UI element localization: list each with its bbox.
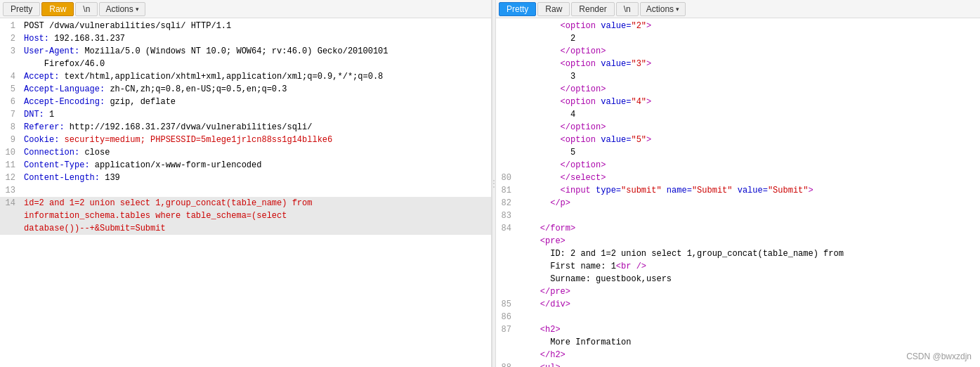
left-code-area: 1 POST /dvwa/vulnerabilities/sqli/ HTTP/… xyxy=(0,18,491,367)
left-line-11: 11 Content-Type: application/x-www-form-… xyxy=(0,159,491,172)
left-tab-pretty[interactable]: Pretty xyxy=(3,2,40,16)
right-line-88: 88 <ul> xyxy=(496,361,980,367)
right-line-81: 81 <input type="submit" name="Submit" va… xyxy=(496,184,980,197)
right-code-area: <option value="2"> 2 </option> <option v… xyxy=(496,18,980,367)
right-line-pre-close: </pre> xyxy=(496,285,980,298)
right-line-opt5: <option value="5"> xyxy=(496,134,980,146)
left-tab-raw[interactable]: Raw xyxy=(41,2,74,16)
right-line-pre-fn: First name: 1<br /> xyxy=(496,260,980,273)
left-line-5: 5 Accept-Language: zh-CN,zh;q=0.8,en-US;… xyxy=(0,83,491,96)
right-line-opt3close: </option> xyxy=(496,83,980,96)
left-line-1: 1 POST /dvwa/vulnerabilities/sqli/ HTTP/… xyxy=(0,20,491,32)
right-line-85: 85 </div> xyxy=(496,298,980,311)
right-actions-label: Actions xyxy=(646,4,674,14)
right-line-opt4: <option value="4"> xyxy=(496,96,980,108)
right-line-2text: 2 xyxy=(496,32,980,45)
left-line-2: 2 Host: 192.168.31.237 xyxy=(0,32,491,45)
left-toolbar: Pretty Raw \n Actions ▾ xyxy=(0,0,491,18)
right-actions-button[interactable]: Actions ▾ xyxy=(640,2,686,16)
right-line-3text: 3 xyxy=(496,70,980,83)
right-line-opt2: <option value="2"> xyxy=(496,20,980,32)
right-toolbar: Pretty Raw Render \n Actions ▾ xyxy=(496,0,980,18)
watermark: CSDN @bwxzdjn xyxy=(906,352,972,361)
right-line-87: 87 <h2> xyxy=(496,323,980,336)
left-line-9: 9 Cookie: security=medium; PHPSESSID=5ml… xyxy=(0,134,491,146)
left-line-8: 8 Referer: http://192.168.31.237/dvwa/vu… xyxy=(0,121,491,134)
left-actions-chevron-icon: ▾ xyxy=(136,6,139,13)
right-line-opt3: <option value="3"> xyxy=(496,58,980,70)
left-actions-button[interactable]: Actions ▾ xyxy=(99,2,145,16)
right-tab-pretty[interactable]: Pretty xyxy=(499,2,536,16)
right-line-pre-open: <pre> xyxy=(496,235,980,247)
right-line-pre-id: ID: 2 and 1=2 union select 1,group_conca… xyxy=(496,247,980,260)
right-line-84: 84 </form> xyxy=(496,222,980,235)
left-line-12: 12 Content-Length: 139 xyxy=(0,172,491,184)
left-line-14b: information_schema.tables where table_sc… xyxy=(0,210,491,222)
right-line-82: 82 </p> xyxy=(496,197,980,210)
left-line-4: 4 Accept: text/html,application/xhtml+xm… xyxy=(0,70,491,83)
left-line-6: 6 Accept-Encoding: gzip, deflate xyxy=(0,96,491,108)
right-panel: Pretty Raw Render \n Actions ▾ <option v… xyxy=(496,0,980,367)
right-line-80: 80 </select> xyxy=(496,172,980,184)
left-line-14c: database())--+&Submit=Submit xyxy=(0,222,491,235)
right-line-opt2close: </option> xyxy=(496,45,980,58)
right-tab-raw[interactable]: Raw xyxy=(537,2,570,16)
left-line-13: 13 xyxy=(0,184,491,197)
left-actions-label: Actions xyxy=(105,4,133,14)
right-line-pre-sn: Surname: guestbook,users xyxy=(496,273,980,285)
right-tab-render[interactable]: Render xyxy=(571,2,614,16)
left-line-7: 7 DNT: 1 xyxy=(0,108,491,121)
left-panel: Pretty Raw \n Actions ▾ 1 POST /dvwa/vul… xyxy=(0,0,492,367)
right-actions-chevron-icon: ▾ xyxy=(676,6,679,13)
right-line-4text: 4 xyxy=(496,108,980,121)
left-line-14: 14 id=2 and 1=2 union select 1,group_con… xyxy=(0,197,491,210)
right-line-opt5close: </option> xyxy=(496,159,980,172)
right-line-86: 86 xyxy=(496,311,980,323)
left-tab-newline[interactable]: \n xyxy=(75,2,98,16)
right-line-h2-text: More Information xyxy=(496,336,980,349)
right-line-83: 83 xyxy=(496,210,980,222)
left-line-3: 3 User-Agent: Mozilla/5.0 (Windows NT 10… xyxy=(0,45,491,70)
right-line-opt4close: </option> xyxy=(496,121,980,134)
right-line-5text: 5 xyxy=(496,146,980,159)
right-tab-newline[interactable]: \n xyxy=(616,2,639,16)
left-line-10: 10 Connection: close xyxy=(0,146,491,159)
